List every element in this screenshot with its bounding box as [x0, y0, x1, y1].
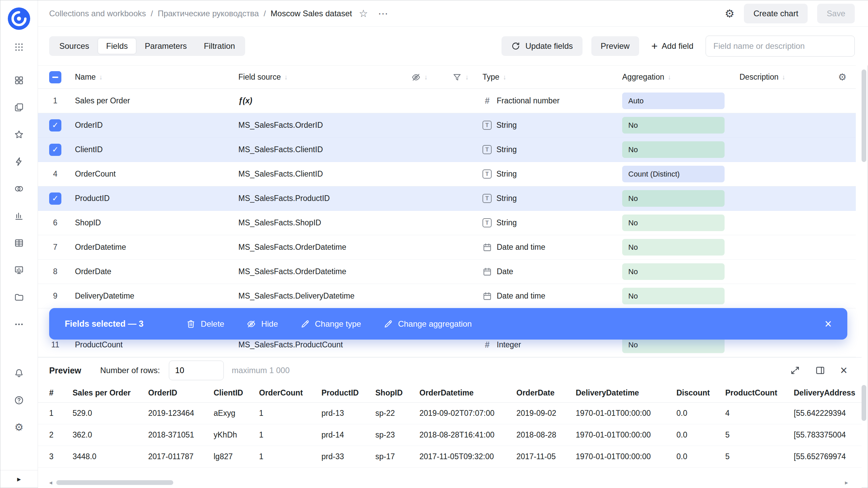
refresh-icon	[511, 41, 520, 51]
col-header-aggregation[interactable]: Aggregation↓	[622, 73, 739, 82]
collections-icon[interactable]	[14, 102, 24, 113]
field-type-label: Date	[497, 267, 513, 276]
field-aggregation: No	[622, 141, 739, 158]
breadcrumb-collections[interactable]: Collections and workbooks	[49, 9, 146, 18]
field-source: MS_SalesFacts.DeliveryDatetime	[238, 291, 400, 301]
favorite-star-icon[interactable]: ☆	[359, 7, 368, 19]
more-actions-icon[interactable]: ⋯	[378, 7, 389, 19]
field-row[interactable]: 4OrderCountMS_SalesFacts.ClientIDTString…	[38, 162, 856, 186]
aggregation-badge[interactable]: Count (Distinct)	[622, 166, 725, 182]
charts-icon[interactable]	[14, 211, 24, 221]
aggregation-badge[interactable]: No	[622, 288, 725, 304]
row-checkbox[interactable]: ✓	[49, 192, 61, 205]
preview-button[interactable]: Preview	[591, 36, 639, 56]
fields-scroll-thumb[interactable]	[862, 69, 866, 162]
aggregation-badge[interactable]: No	[622, 263, 725, 280]
datalens-logo[interactable]	[8, 7, 30, 30]
preview-cell: 2018-08-28	[516, 430, 576, 440]
connections-icon[interactable]	[14, 157, 24, 167]
apps-grid-icon[interactable]	[14, 42, 24, 52]
monitor-chart-icon[interactable]	[14, 265, 24, 275]
table-settings-gear-icon[interactable]: ⚙	[829, 72, 856, 82]
aggregation-badge[interactable]: No	[622, 117, 725, 134]
tab-sources[interactable]: Sources	[51, 38, 98, 54]
sidebar-expand-icon[interactable]: ▸	[17, 475, 21, 484]
help-icon[interactable]	[14, 395, 24, 405]
settings-gear-icon[interactable]: ⚙	[14, 422, 24, 432]
preview-title: Preview	[49, 366, 81, 375]
create-chart-button[interactable]: Create chart	[744, 4, 808, 23]
delete-action[interactable]: Delete	[186, 319, 224, 329]
col-header-name[interactable]: Name↓	[75, 73, 238, 82]
row-number: 8	[49, 267, 61, 276]
field-row[interactable]: 1Sales per Orderƒ(x)#Fractional numberAu…	[38, 89, 856, 113]
col-header-source[interactable]: Field source↓	[238, 73, 400, 82]
funnel-icon	[452, 73, 462, 82]
field-name: Sales per Order	[75, 96, 238, 105]
change-aggregation-action[interactable]: Change aggregation	[383, 319, 472, 329]
rows-count-label: Number of rows:	[100, 366, 160, 375]
tab-fields[interactable]: Fields	[98, 38, 136, 54]
datasets-icon[interactable]	[14, 184, 24, 194]
row-checkbox[interactable]: ✓	[49, 144, 61, 156]
aggregation-badge[interactable]: No	[622, 141, 725, 158]
field-row[interactable]: 7OrderDatetimeMS_SalesFacts.OrderDatetim…	[38, 235, 856, 260]
tab-parameters[interactable]: Parameters	[136, 38, 195, 54]
preview-cell: 2	[49, 430, 73, 440]
aggregation-badge[interactable]: No	[622, 190, 725, 207]
dataset-settings-gear-icon[interactable]: ⚙	[725, 8, 735, 19]
aggregation-badge[interactable]: No	[622, 239, 725, 256]
field-row[interactable]: 6ShopIDMS_SalesFacts.ShopIDTStringNo	[38, 211, 856, 235]
update-fields-button[interactable]: Update fields	[501, 36, 582, 56]
notifications-bell-icon[interactable]	[14, 368, 24, 378]
expand-icon[interactable]	[790, 365, 800, 375]
favorites-icon[interactable]	[14, 129, 24, 140]
hscroll-thumb[interactable]	[56, 480, 173, 485]
field-row[interactable]: 9DeliveryDatetimeMS_SalesFacts.DeliveryD…	[38, 284, 856, 308]
dashboards-icon[interactable]	[14, 75, 24, 85]
field-search-input[interactable]	[706, 36, 855, 57]
hscroll-track[interactable]	[56, 480, 841, 485]
split-view-icon[interactable]	[815, 365, 825, 375]
preview-cell: 2017-011787	[148, 452, 214, 461]
selection-close-icon[interactable]: ×	[825, 318, 832, 330]
add-field-button[interactable]: + Add field	[648, 36, 697, 56]
col-header-hidden[interactable]: ↓	[400, 73, 445, 82]
field-row[interactable]: ✓ClientIDMS_SalesFacts.ClientIDTStringNo	[38, 138, 856, 162]
tables-icon[interactable]	[14, 238, 24, 248]
more-icon[interactable]	[14, 319, 24, 329]
field-type-label: Fractional number	[497, 96, 559, 105]
calendar-type-icon	[482, 243, 492, 252]
field-aggregation: No	[622, 288, 739, 304]
scroll-left-icon[interactable]: ◂	[49, 479, 52, 486]
preview-cell: 1	[259, 409, 321, 418]
selection-bar: Fields selected — 3 Delete Hide Change t…	[49, 308, 847, 340]
preview-cell: 2017-11-05	[516, 452, 576, 461]
field-row[interactable]: ✓ProductIDMS_SalesFacts.ProductIDTString…	[38, 186, 856, 211]
preview-cell: 2018-371051	[148, 430, 214, 440]
preview-close-icon[interactable]: ×	[840, 364, 847, 377]
field-row[interactable]: ✓OrderIDMS_SalesFacts.OrderIDTStringNo	[38, 113, 856, 138]
select-all-checkbox[interactable]	[49, 71, 61, 83]
aggregation-badge[interactable]: No	[622, 215, 725, 231]
field-source: MS_SalesFacts.ClientID	[238, 145, 400, 154]
col-header-description[interactable]: Description↓	[739, 73, 829, 82]
rows-count-input[interactable]	[169, 361, 224, 380]
field-row[interactable]: 8OrderDateMS_SalesFacts.OrderDatetimeDat…	[38, 260, 856, 284]
save-button[interactable]: Save	[817, 4, 855, 23]
aggregation-badge[interactable]: Auto	[622, 93, 725, 109]
field-type: Date	[482, 267, 622, 277]
breadcrumb-workbook[interactable]: Практические руководства	[158, 9, 259, 18]
col-header-type[interactable]: Type↓	[482, 73, 622, 82]
fields-table-header: Name↓ Field source↓ ↓ ↓ Type↓ Aggregatio…	[38, 65, 856, 89]
folder-icon[interactable]	[14, 292, 24, 302]
row-select-cell: ✓	[49, 144, 75, 156]
row-checkbox[interactable]: ✓	[49, 119, 61, 131]
row-number: 11	[49, 340, 61, 349]
hide-action[interactable]: Hide	[246, 319, 278, 329]
tab-filtration[interactable]: Filtration	[195, 38, 243, 54]
change-type-action[interactable]: Change type	[300, 319, 361, 329]
preview-scroll-thumb[interactable]	[862, 385, 866, 421]
col-header-filter[interactable]: ↓	[445, 73, 482, 82]
scroll-right-icon[interactable]: ▸	[845, 479, 848, 486]
